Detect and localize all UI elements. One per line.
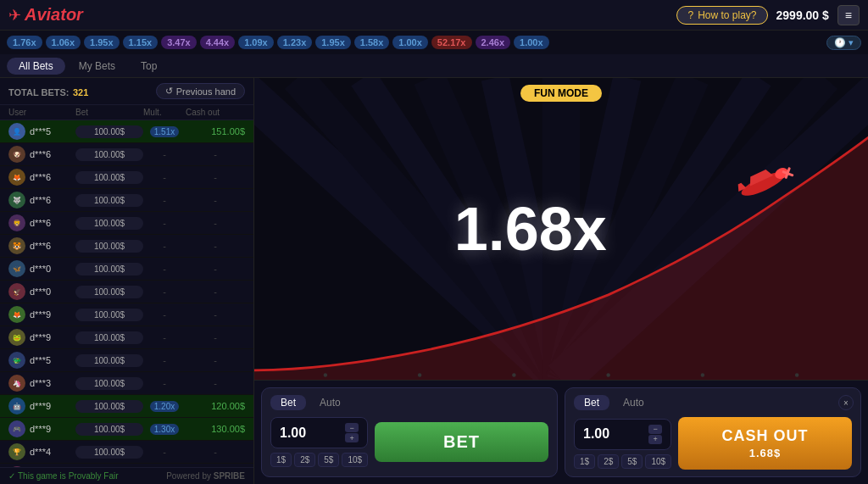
bet-amount-cell: 100.00$	[75, 400, 143, 413]
svg-point-17	[512, 373, 515, 376]
user-cell: 🦄d***3	[8, 375, 75, 392]
multiplier-cell: -	[143, 264, 186, 274]
right-panel-close-button[interactable]: ×	[838, 395, 854, 410]
right-amount-decrease[interactable]: −	[648, 425, 662, 434]
left-tab-bet[interactable]: Bet	[270, 395, 306, 410]
multiplier-badge[interactable]: 1.15x	[123, 36, 159, 49]
left-quick-2[interactable]: 2$	[294, 453, 315, 467]
user-cell: 👤d***5	[8, 123, 75, 140]
cashout-cell: -	[186, 378, 245, 388]
how-to-play-button[interactable]: ? How to play?	[676, 6, 767, 25]
username: d***6	[30, 195, 51, 205]
bet-action-button[interactable]: BET	[375, 422, 548, 462]
left-tab-auto[interactable]: Auto	[309, 395, 351, 410]
right-amount-box: 1.00 − +	[574, 419, 671, 450]
bet-amount-cell: 100.00$	[75, 377, 143, 390]
provably-fair-link[interactable]: Provably Fair	[69, 471, 119, 481]
multiplier-badge[interactable]: 1.76x	[7, 36, 42, 49]
right-quick-5[interactable]: 5$	[621, 454, 643, 469]
user-cell: 🦋d***0	[8, 260, 75, 277]
right-quick-10[interactable]: 10$	[645, 454, 671, 469]
user-cell: 🐯d***6	[8, 237, 75, 254]
table-row: 🦅d***0100.00$--	[0, 281, 253, 303]
username: d***0	[30, 287, 51, 297]
multiplier-badge[interactable]: 1.58x	[354, 36, 390, 49]
cashout-cell: -	[186, 287, 245, 297]
right-amount-buttons: − +	[648, 425, 662, 444]
multiplier-history-button[interactable]: 🕐 ▾	[826, 36, 861, 50]
clock-icon: 🕐	[834, 37, 846, 48]
user-cell: 🤖d***9	[8, 398, 75, 414]
bets-table-header: User Bet Mult. Cash out	[0, 105, 253, 120]
tab-my-bets[interactable]: My Bets	[67, 58, 127, 75]
cashout-amount-sub: 1.68$	[749, 447, 782, 459]
svg-point-19	[701, 373, 704, 376]
hamburger-icon: ≡	[845, 8, 852, 22]
svg-point-20	[795, 373, 798, 376]
cashout-cell: 151.00$	[186, 126, 245, 136]
table-row: 🐲d***5100.00$--	[0, 349, 253, 372]
left-amount-value: 1.00	[280, 426, 340, 441]
shield-icon: ✓	[8, 471, 15, 481]
avatar: 🏆	[8, 443, 25, 460]
multiplier-badge[interactable]: 1.00x	[392, 36, 428, 49]
multiplier-badge[interactable]: 1.06x	[46, 36, 81, 49]
left-amount-box: 1.00 − +	[270, 417, 368, 448]
left-quick-amounts: 1$ 2$ 5$ 10$	[270, 453, 368, 467]
left-bet-panel: Bet Auto 1.00 − + 1$	[261, 387, 558, 477]
multiplier-badge[interactable]: 3.47x	[161, 36, 197, 49]
multiplier-badge[interactable]: 4.44x	[200, 36, 236, 49]
svg-point-15	[324, 373, 327, 376]
bet-amount-cell: 100.00$	[75, 331, 143, 344]
cashout-cell: -	[186, 332, 245, 342]
multiplier-badge[interactable]: 1.09x	[238, 36, 274, 49]
avatar: 🦊	[8, 306, 25, 323]
bet-amount-cell: 100.00$	[75, 423, 143, 436]
left-amount-decrease[interactable]: −	[345, 423, 359, 432]
previous-hand-button[interactable]: ↺ Previous hand	[156, 83, 245, 99]
user-cell: 🐲d***5	[8, 352, 75, 369]
multiplier-badge[interactable]: 1.23x	[277, 36, 313, 49]
logo: ✈ Aviator	[8, 5, 83, 25]
table-row: 🦊d***9100.00$--	[0, 303, 253, 326]
cashout-cell: -	[186, 195, 245, 205]
main-layout: TOTAL BETS: 321 ↺ Previous hand User Bet…	[0, 78, 868, 484]
menu-button[interactable]: ≡	[837, 5, 860, 25]
avatar: 🦋	[8, 260, 25, 277]
multiplier-badge[interactable]: 1.00x	[514, 36, 549, 49]
balance-display: 2999.00 $	[776, 8, 829, 22]
right-quick-2[interactable]: 2$	[598, 454, 619, 469]
right-tab-auto[interactable]: Auto	[613, 395, 654, 410]
avatar: 🦅	[8, 283, 25, 300]
top-bar: ✈ Aviator ? How to play? 2999.00 $ ≡	[0, 0, 868, 31]
cashout-cell: -	[186, 264, 245, 274]
multiplier-badge[interactable]: 1.95x	[84, 36, 120, 49]
right-tab-bet[interactable]: Bet	[574, 395, 609, 410]
left-quick-5[interactable]: 5$	[318, 453, 339, 467]
left-quick-10[interactable]: 10$	[342, 453, 368, 467]
bet-amount-cell: 100.00$	[75, 286, 143, 298]
multiplier-cell: 1.51x	[143, 126, 186, 137]
tab-all-bets[interactable]: All Bets	[7, 58, 65, 75]
left-quick-1[interactable]: 1$	[270, 453, 292, 467]
multiplier-badge[interactable]: 1.95x	[315, 36, 351, 49]
right-quick-1[interactable]: 1$	[574, 454, 595, 469]
username: d***6	[30, 241, 51, 251]
bet-amount-cell: 100.00$	[75, 194, 143, 207]
cashout-action-button[interactable]: CASH OUT 1.68$	[678, 417, 852, 470]
user-cell: 🎮d***9	[8, 420, 75, 437]
avatar: 🐯	[8, 237, 25, 254]
logo-text: Aviator	[25, 5, 83, 25]
tab-top[interactable]: Top	[129, 58, 169, 75]
left-amount-increase[interactable]: +	[345, 433, 359, 442]
right-amount-value: 1.00	[583, 426, 643, 442]
multiplier-badge[interactable]: 2.46x	[476, 36, 511, 49]
multiplier-badge[interactable]: 52.17x	[431, 36, 472, 49]
username: d***3	[30, 378, 51, 388]
cashout-cell: -	[186, 309, 245, 320]
right-amount-increase[interactable]: +	[648, 435, 662, 444]
multiplier-cell: -	[143, 241, 186, 251]
multiplier-history-bar: 1.76x1.06x1.95x1.15x3.47x4.44x1.09x1.23x…	[0, 31, 868, 54]
col-cashout: Cash out	[186, 108, 245, 117]
col-bet: Bet	[75, 108, 143, 117]
